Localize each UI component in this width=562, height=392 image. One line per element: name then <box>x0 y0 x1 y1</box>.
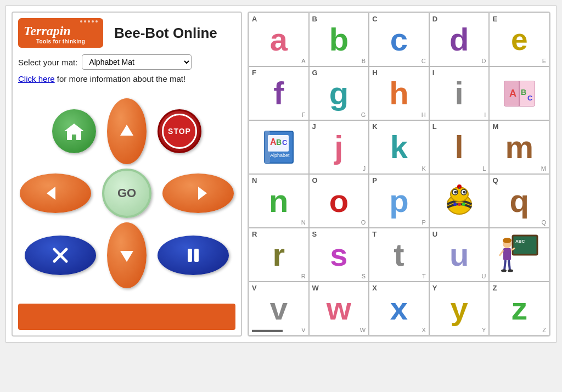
grid-cell: V v V▬▬▬▬ <box>249 282 309 335</box>
grid-cell: W w W <box>309 282 369 335</box>
pause-button[interactable] <box>158 236 229 275</box>
grid-cell: F f F <box>249 66 309 120</box>
info-rest-text: for more information about the mat! <box>55 74 186 83</box>
svg-point-37 <box>503 238 512 243</box>
grid-cell: T t T <box>369 228 429 282</box>
grid-cell: A B C Alphabet <box>249 120 309 174</box>
home-button[interactable] <box>52 109 96 153</box>
svg-text:B: B <box>276 138 282 147</box>
forward-button[interactable] <box>107 98 147 164</box>
terrapin-logo: Terrapin Tools for thinking <box>18 18 103 48</box>
svg-text:C: C <box>527 94 533 102</box>
grid-cell: B b B <box>309 13 369 66</box>
svg-line-42 <box>509 260 510 270</box>
svg-text:A: A <box>509 88 516 99</box>
svg-point-33 <box>462 203 465 206</box>
grid-cell: M m M <box>489 120 549 174</box>
mat-select-label: Select your mat: <box>18 58 77 67</box>
grid-cell: U u U <box>429 228 490 282</box>
grid-cell: H h H <box>369 66 429 120</box>
svg-text:Alphabet: Alphabet <box>270 153 290 158</box>
info-row: Click here for more information about th… <box>18 74 235 84</box>
right-button[interactable] <box>162 173 234 213</box>
alphabet-grid: A a A B b B C c C D d D E e E F f F G g … <box>249 13 549 335</box>
grid-cell: G g G <box>309 66 369 120</box>
svg-text:C: C <box>282 138 288 147</box>
grid-cell: N n N <box>249 174 309 228</box>
svg-point-32 <box>458 203 461 206</box>
grid-cell: I i I <box>429 66 490 120</box>
svg-point-43 <box>501 270 507 272</box>
grid-cell: R r R <box>249 228 309 282</box>
svg-rect-7 <box>188 249 192 262</box>
right-panel: A a A B b B C c C D d D E e E F f F G g … <box>248 12 550 337</box>
clear-button[interactable] <box>25 236 96 275</box>
grid-cell: Z z Z <box>489 282 549 335</box>
grid-cell: X x X <box>369 282 429 335</box>
svg-marker-0 <box>64 124 84 140</box>
controls-area: STOP GO <box>18 93 235 294</box>
svg-point-44 <box>508 270 513 272</box>
logo-header: Terrapin Tools for thinking Bee-Bot Onli… <box>18 18 235 48</box>
go-button[interactable]: GO <box>102 169 151 218</box>
grid-cell: O o O <box>309 174 369 228</box>
grid-cell: L l L <box>429 120 490 174</box>
logo-name: Terrapin <box>24 24 98 38</box>
svg-marker-2 <box>47 187 55 200</box>
grid-cell: Q q Q <box>489 174 549 228</box>
mat-select-row: Select your mat: Alphabet Mat Number Mat… <box>18 54 235 70</box>
svg-marker-3 <box>198 187 207 200</box>
app-title: Bee-Bot Online <box>114 25 217 42</box>
stop-button[interactable]: STOP <box>158 109 201 153</box>
go-label: GO <box>117 186 136 200</box>
orange-bar <box>18 304 235 330</box>
grid-cell <box>429 174 490 228</box>
logo-dots <box>24 20 98 23</box>
svg-point-28 <box>463 191 465 194</box>
grid-cell: C c C <box>369 13 429 66</box>
logo-tagline: Tools for thinking <box>24 38 98 44</box>
grid-cell: A a A <box>249 13 309 66</box>
svg-rect-8 <box>194 249 199 262</box>
svg-line-39 <box>499 250 503 256</box>
grid-cell: ABC <box>489 228 549 282</box>
controls-row-2: GO <box>20 169 234 218</box>
grid-cell: P p P <box>369 174 429 228</box>
svg-point-27 <box>454 191 457 194</box>
grid-cell: J j J <box>309 120 369 174</box>
left-panel: Terrapin Tools for thinking Bee-Bot Onli… <box>12 12 242 337</box>
grid-cell: A B C <box>489 66 549 120</box>
svg-line-41 <box>504 260 505 270</box>
svg-text:ABC: ABC <box>515 239 525 244</box>
grid-cell: E e E <box>489 13 549 66</box>
svg-point-31 <box>453 203 457 206</box>
click-here-link[interactable]: Click here <box>18 74 55 83</box>
down-button[interactable] <box>107 222 147 288</box>
app-container: Terrapin Tools for thinking Bee-Bot Onli… <box>5 5 557 343</box>
svg-marker-1 <box>120 125 133 136</box>
svg-rect-38 <box>503 248 511 260</box>
controls-row-3 <box>25 222 229 288</box>
grid-cell: S s S <box>309 228 369 282</box>
svg-text:B: B <box>521 88 526 97</box>
controls-row-1: STOP <box>52 98 201 164</box>
grid-cell: K k K <box>369 120 429 174</box>
grid-cell: Y y Y <box>429 282 490 335</box>
left-button[interactable] <box>20 173 91 213</box>
svg-marker-6 <box>120 251 133 262</box>
grid-cell: D d D <box>429 13 490 66</box>
mat-select-dropdown[interactable]: Alphabet Mat Number Mat Shape Mat <box>82 54 192 70</box>
